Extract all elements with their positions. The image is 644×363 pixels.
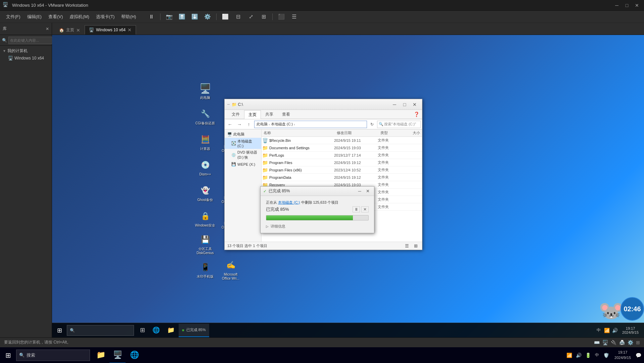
desktop-icon-thispc[interactable]: 🖥️ 此电脑 xyxy=(193,79,217,103)
pd-close-btn[interactable]: ✕ xyxy=(364,188,371,194)
guest-start-btn[interactable]: ⊞ xyxy=(52,323,67,338)
col-date-header[interactable]: 修改日期 xyxy=(335,130,378,135)
hint-usb-icon[interactable]: 🔌 xyxy=(611,340,616,345)
vmware-minimize-btn[interactable]: ─ xyxy=(612,2,621,9)
desktop-icon-calc[interactable]: 🧮 计算器 xyxy=(193,130,217,154)
fe-maximize-btn[interactable]: □ xyxy=(400,101,409,108)
tab-win10-close[interactable]: ✕ xyxy=(128,27,132,33)
toolbar-full-btn[interactable]: ⬜ xyxy=(220,12,231,22)
tab-home-close[interactable]: ✕ xyxy=(76,28,80,33)
col-type-header[interactable]: 类型 xyxy=(378,130,402,135)
hint-settings-icon[interactable]: ⚙️ xyxy=(628,340,633,345)
ribbon-tab-view[interactable]: 查看 xyxy=(278,110,294,119)
guest-taskbar-btn-1[interactable]: ⊞ xyxy=(137,324,148,337)
refresh-btn[interactable]: ↻ xyxy=(368,121,376,128)
hint-keyboard-icon[interactable]: ⌨️ xyxy=(594,340,600,345)
desktop-icon-watermark[interactable]: 📱 水印手机版 xyxy=(193,257,217,282)
menu-tabs[interactable]: 选项卡(T) xyxy=(93,12,118,21)
host-battery-icon[interactable]: 🔋 xyxy=(584,347,592,363)
sidebar-item-win10x64[interactable]: 🖥️ Windows 10 x64 xyxy=(5,55,52,62)
guest-taskbar-btn-3[interactable]: 📁 xyxy=(164,324,178,337)
desktop-icon-ghost[interactable]: 👻 Ghost备份 xyxy=(193,181,217,205)
table-row[interactable]: 📁 ProgramData 2024/9/15 19:12 文件夹 xyxy=(262,174,422,181)
host-network-icon[interactable]: 📶 xyxy=(565,347,573,363)
toolbar-settings-btn[interactable]: ⚙️ xyxy=(202,12,213,22)
host-notify-btn[interactable]: 💬 xyxy=(636,353,641,358)
hint-expand-icon[interactable]: ⊞ xyxy=(636,340,640,345)
toolbar-pause-btn[interactable]: ⏸ xyxy=(146,12,157,22)
host-search-box[interactable]: 🔍 搜索 xyxy=(16,350,90,361)
hint-print-icon[interactable]: 🖨️ xyxy=(619,340,625,345)
vmware-restore-btn[interactable]: □ xyxy=(623,2,631,9)
host-taskitem-vmware[interactable]: 🖥️ xyxy=(109,347,126,363)
guest-taskbar-progress-item[interactable]: ■ 已完成 85% xyxy=(179,324,209,337)
pd-pause-btn[interactable]: ⏸ xyxy=(353,206,360,212)
host-lang-display[interactable]: 中 xyxy=(594,352,600,358)
menu-help[interactable]: 帮助(H) xyxy=(118,12,139,21)
pd-minimize-btn[interactable]: ─ xyxy=(356,188,363,194)
col-name-header[interactable]: 名称 xyxy=(262,130,335,135)
address-bar[interactable]: 此电脑 › 本地磁盘 (C:) › xyxy=(254,121,367,128)
pd-details-toggle[interactable]: ▷ 详细信息 xyxy=(266,224,369,229)
table-row[interactable]: 📁 Program Files 2024/9/15 19:12 文件夹 xyxy=(262,159,422,166)
sidebar-close-btn[interactable]: ✕ xyxy=(46,27,49,31)
fe-close-btn[interactable]: ✕ xyxy=(410,101,419,108)
guest-time-display[interactable]: 19:17 2024/9/15 xyxy=(619,326,641,334)
hint-display-icon[interactable]: 🖥️ xyxy=(602,340,608,345)
host-taskitem-browser[interactable]: 🌐 xyxy=(126,347,142,363)
systray-volume-icon[interactable]: 🔊 xyxy=(611,323,618,338)
menu-vm[interactable]: 虚拟机(M) xyxy=(66,12,93,21)
table-row[interactable]: 🗑️ $Recycle.Bin 2024/9/15 19:11 文件夹 xyxy=(262,137,422,144)
toolbar-fit-btn[interactable]: ⊞ xyxy=(258,12,269,22)
search-box[interactable]: 🔍 搜索"本地磁盘 (C:)" xyxy=(377,121,421,128)
desktop-icon-diskgenius[interactable]: 💾 分区工具DiskGenius xyxy=(193,232,217,256)
view-list-btn[interactable]: ☰ xyxy=(403,243,411,249)
ribbon-tab-file[interactable]: 文件 xyxy=(227,110,244,119)
desktop-icon-dism[interactable]: 💿 Dism++ xyxy=(193,155,217,179)
menu-edit[interactable]: 编辑(E) xyxy=(24,12,45,21)
ribbon-help-icon[interactable]: ❓ xyxy=(414,112,419,117)
vmware-close-btn[interactable]: ✕ xyxy=(633,2,641,9)
guest-search-box[interactable]: 🔍 xyxy=(67,325,134,336)
host-volume-icon[interactable]: 🔊 xyxy=(575,347,582,363)
pd-drive-link[interactable]: 本地磁盘 (C:) xyxy=(278,200,300,204)
pd-cancel-btn[interactable]: ✕ xyxy=(361,206,369,212)
menu-view[interactable]: 查看(V) xyxy=(45,12,66,21)
navpane-thispc[interactable]: 🖥️ 此电脑 xyxy=(225,131,261,138)
col-size-header[interactable]: 大小 xyxy=(402,130,422,135)
table-row[interactable]: 📁 Documents and Settings 2024/9/15 19:03… xyxy=(262,144,422,152)
toolbar-extra-btn[interactable]: ☰ xyxy=(289,12,300,22)
toolbar-resize-btn[interactable]: ⤢ xyxy=(245,12,256,22)
sidebar-item-mycomputer[interactable]: ▼ 我的计算机 xyxy=(0,47,52,55)
nav-forward-btn[interactable]: → xyxy=(235,121,243,128)
toolbar-split-btn[interactable]: ⊟ xyxy=(233,12,243,22)
toolbar-restore-btn[interactable]: ⬆️ xyxy=(177,12,187,22)
navpane-localdisk[interactable]: 💽 本地磁盘 (C:) xyxy=(225,138,261,149)
systray-lang-icon[interactable]: 中 xyxy=(595,323,602,338)
host-antivirus-icon[interactable]: 🛡️ xyxy=(602,347,610,363)
ribbon-tab-share[interactable]: 共享 xyxy=(261,110,278,119)
ribbon-tab-home[interactable]: 主页 xyxy=(244,110,261,119)
toolbar-down-btn[interactable]: ⬇️ xyxy=(189,12,200,22)
table-row[interactable]: 📁 PerfLogs 2019/12/7 17:14 文件夹 xyxy=(262,152,422,159)
host-time-display[interactable]: 19:17 2024/9/15 xyxy=(612,350,634,360)
menu-file[interactable]: 文件(F) xyxy=(3,12,24,21)
navpane-wepe[interactable]: 💾 WEPE (X:) xyxy=(225,161,261,167)
nav-back-btn[interactable]: ← xyxy=(226,121,234,128)
desktop-icon-writer[interactable]: ✍️ MicrosoftOffice Wri... xyxy=(219,257,243,282)
navpane-dvd[interactable]: 💿 DVD 驱动器 (D:) 恢 xyxy=(225,149,261,161)
sidebar-search-input[interactable] xyxy=(8,37,58,44)
nav-up-btn[interactable]: ↑ xyxy=(245,121,253,128)
guest-taskbar-btn-2[interactable]: 🌐 xyxy=(149,324,163,337)
tab-win10x64[interactable]: 🖥️ Windows 10 x64 ✕ xyxy=(85,25,136,35)
systray-network-icon[interactable]: 📶 xyxy=(603,323,610,338)
tab-home[interactable]: 🏠 主页 ✕ xyxy=(55,25,85,35)
desktop-icon-winsec[interactable]: 🔒 Windows安全 xyxy=(193,206,217,231)
fe-minimize-btn[interactable]: ─ xyxy=(390,101,399,108)
toolbar-snapshot-btn[interactable]: 📷 xyxy=(164,12,175,22)
view-grid-btn[interactable]: ⊞ xyxy=(412,243,419,249)
host-taskitem-files[interactable]: 📁 xyxy=(93,347,109,363)
host-start-btn[interactable]: ⊞ xyxy=(0,347,16,363)
table-row[interactable]: 📁 Program Files (x86) 2023/12/4 10:52 文件… xyxy=(262,166,422,174)
vm-screen[interactable]: 🖥️ 此电脑 🔧 CGI备份还原 🌐 Explorer xyxy=(52,35,644,337)
